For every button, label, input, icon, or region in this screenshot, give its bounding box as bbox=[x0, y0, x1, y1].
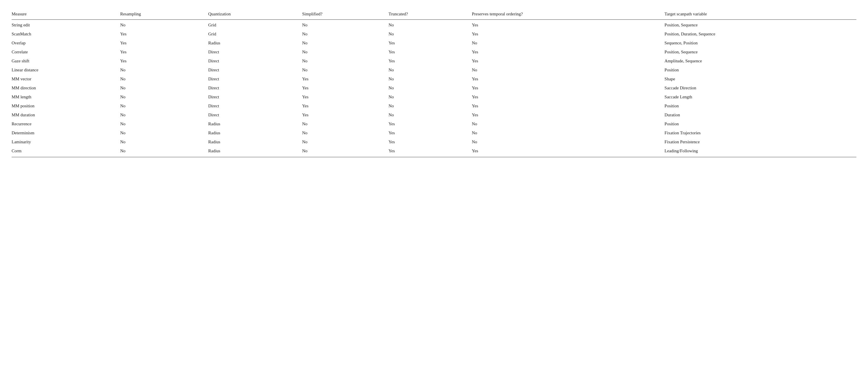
cell-target: Duration bbox=[664, 110, 857, 120]
cell-target: Position, Sequence bbox=[664, 20, 857, 30]
cell-target: Position bbox=[664, 120, 857, 128]
cell-truncated: No bbox=[389, 20, 472, 30]
cell-measure: Laminarity bbox=[11, 137, 120, 147]
cell-target: Saccade Direction bbox=[664, 84, 857, 93]
cell-temporal: No bbox=[472, 128, 664, 137]
cell-measure: Determinism bbox=[11, 128, 120, 137]
cell-target: Fixation Persistence bbox=[664, 137, 857, 147]
cell-truncated: Yes bbox=[389, 128, 472, 137]
cell-quantization: Direct bbox=[208, 101, 302, 110]
table-row: OverlapYesRadiusNoYesNoSequence, Positio… bbox=[11, 39, 857, 48]
table-row: MM positionNoDirectYesNoYesPosition bbox=[11, 101, 857, 110]
cell-simplified: Yes bbox=[302, 74, 389, 84]
cell-resampling: Yes bbox=[120, 39, 208, 48]
cell-temporal: No bbox=[472, 120, 664, 128]
cell-measure: Linear distance bbox=[11, 66, 120, 74]
cell-simplified: No bbox=[302, 137, 389, 147]
cell-quantization: Radius bbox=[208, 39, 302, 48]
cell-measure: Correlate bbox=[11, 48, 120, 57]
cell-measure: Corm bbox=[11, 147, 120, 157]
cell-temporal: Yes bbox=[472, 57, 664, 66]
cell-target: Position, Duration, Sequence bbox=[664, 30, 857, 39]
table-row: DeterminismNoRadiusNoYesNoFixation Traje… bbox=[11, 128, 857, 137]
cell-simplified: Yes bbox=[302, 93, 389, 101]
cell-resampling: Yes bbox=[120, 30, 208, 39]
cell-target: Position, Sequence bbox=[664, 48, 857, 57]
cell-quantization: Direct bbox=[208, 66, 302, 74]
cell-temporal: Yes bbox=[472, 93, 664, 101]
col-simplified: Simplified? bbox=[302, 9, 389, 20]
cell-target: Leading/Following bbox=[664, 147, 857, 157]
cell-simplified: No bbox=[302, 147, 389, 157]
cell-temporal: No bbox=[472, 66, 664, 74]
cell-temporal: Yes bbox=[472, 48, 664, 57]
cell-temporal: Yes bbox=[472, 74, 664, 84]
table-row: MM durationNoDirectYesNoYesDuration bbox=[11, 110, 857, 120]
cell-temporal: No bbox=[472, 137, 664, 147]
cell-temporal: Yes bbox=[472, 147, 664, 157]
cell-temporal: No bbox=[472, 39, 664, 48]
cell-simplified: No bbox=[302, 57, 389, 66]
cell-truncated: Yes bbox=[389, 147, 472, 157]
cell-resampling: No bbox=[120, 74, 208, 84]
cell-quantization: Direct bbox=[208, 110, 302, 120]
cell-resampling: No bbox=[120, 66, 208, 74]
table-row: String editNoGridNoNoYesPosition, Sequen… bbox=[11, 20, 857, 30]
cell-target: Saccade Length bbox=[664, 93, 857, 101]
cell-temporal: Yes bbox=[472, 30, 664, 39]
cell-temporal: Yes bbox=[472, 20, 664, 30]
table-row: CormNoRadiusNoYesYesLeading/Following bbox=[11, 147, 857, 157]
cell-temporal: Yes bbox=[472, 84, 664, 93]
table-row: ScanMatchYesGridNoNoYesPosition, Duratio… bbox=[11, 30, 857, 39]
cell-resampling: No bbox=[120, 120, 208, 128]
cell-truncated: No bbox=[389, 30, 472, 39]
cell-resampling: No bbox=[120, 20, 208, 30]
cell-measure: MM vector bbox=[11, 74, 120, 84]
cell-simplified: No bbox=[302, 39, 389, 48]
cell-quantization: Radius bbox=[208, 120, 302, 128]
cell-truncated: No bbox=[389, 110, 472, 120]
table-row: CorrelateYesDirectNoYesYesPosition, Sequ… bbox=[11, 48, 857, 57]
cell-resampling: No bbox=[120, 93, 208, 101]
cell-truncated: No bbox=[389, 84, 472, 93]
cell-quantization: Direct bbox=[208, 57, 302, 66]
col-measure: Measure bbox=[11, 9, 120, 20]
cell-truncated: Yes bbox=[389, 57, 472, 66]
cell-measure: Overlap bbox=[11, 39, 120, 48]
col-target: Target scanpath variable bbox=[664, 9, 857, 20]
cell-truncated: No bbox=[389, 66, 472, 74]
cell-measure: String edit bbox=[11, 20, 120, 30]
table-body: String editNoGridNoNoYesPosition, Sequen… bbox=[11, 20, 857, 157]
cell-measure: MM length bbox=[11, 93, 120, 101]
cell-measure: Gaze shift bbox=[11, 57, 120, 66]
cell-target: Fixation Trajectories bbox=[664, 128, 857, 137]
data-table: Measure Resampling Quantization Simplifi… bbox=[11, 9, 857, 157]
table-row: MM directionNoDirectYesNoYesSaccade Dire… bbox=[11, 84, 857, 93]
cell-resampling: No bbox=[120, 147, 208, 157]
table-header: Measure Resampling Quantization Simplifi… bbox=[11, 9, 857, 20]
col-truncated: Truncated? bbox=[389, 9, 472, 20]
cell-target: Shape bbox=[664, 74, 857, 84]
table-container: Measure Resampling Quantization Simplifi… bbox=[11, 9, 857, 157]
cell-quantization: Direct bbox=[208, 93, 302, 101]
cell-quantization: Grid bbox=[208, 30, 302, 39]
cell-resampling: Yes bbox=[120, 57, 208, 66]
cell-measure: MM position bbox=[11, 101, 120, 110]
cell-simplified: Yes bbox=[302, 84, 389, 93]
cell-quantization: Radius bbox=[208, 128, 302, 137]
cell-resampling: No bbox=[120, 84, 208, 93]
col-quantization: Quantization bbox=[208, 9, 302, 20]
table-row: Linear distanceNoDirectNoNoNoPosition bbox=[11, 66, 857, 74]
cell-target: Position bbox=[664, 66, 857, 74]
col-resampling: Resampling bbox=[120, 9, 208, 20]
cell-resampling: Yes bbox=[120, 48, 208, 57]
cell-resampling: No bbox=[120, 110, 208, 120]
table-row: LaminarityNoRadiusNoYesNoFixation Persis… bbox=[11, 137, 857, 147]
cell-simplified: Yes bbox=[302, 110, 389, 120]
cell-quantization: Radius bbox=[208, 147, 302, 157]
cell-simplified: No bbox=[302, 128, 389, 137]
cell-truncated: Yes bbox=[389, 48, 472, 57]
cell-measure: MM duration bbox=[11, 110, 120, 120]
cell-truncated: Yes bbox=[389, 39, 472, 48]
cell-quantization: Grid bbox=[208, 20, 302, 30]
